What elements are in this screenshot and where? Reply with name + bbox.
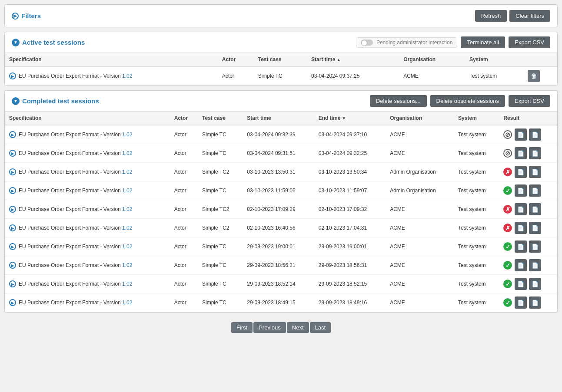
view-report-button[interactable]: 📄: [515, 222, 527, 234]
export-report-button[interactable]: 📄: [529, 203, 541, 215]
export-report-button[interactable]: 📄: [529, 128, 541, 141]
view-report-button[interactable]: 📄: [515, 166, 527, 178]
col-test-case: Test case: [254, 53, 307, 66]
organisation-cell: ACME: [386, 293, 454, 312]
spec-version-link[interactable]: 1.02: [122, 300, 132, 306]
spec-version-link[interactable]: 1.02: [122, 73, 132, 79]
view-report-button[interactable]: 📄: [515, 278, 527, 290]
row-expand-icon[interactable]: ▶: [9, 280, 16, 287]
spec-text: EU Purchase Order Export Format - Versio…: [19, 73, 132, 79]
view-report-button[interactable]: 📄: [515, 240, 527, 253]
active-sessions-title: ▼ Active test sessions: [12, 39, 85, 46]
export-report-button[interactable]: 📄: [529, 222, 541, 234]
export-report-button[interactable]: 📄: [529, 147, 541, 159]
result-cell: ⊘ 📄 📄: [499, 125, 557, 144]
organisation-cell: Admin Organisation: [386, 181, 454, 200]
row-expand-icon[interactable]: ▶: [9, 187, 16, 194]
completed-sessions-panel: ▼ Completed test sessions Delete session…: [4, 90, 558, 313]
test-case-cell: Simple TC2: [198, 200, 243, 219]
system-cell: Test system: [454, 256, 499, 275]
completed-sessions-header-right: Delete sessions... Delete obsolete sessi…: [370, 95, 550, 107]
test-case-cell: Simple TC: [198, 275, 243, 293]
view-report-button[interactable]: 📄: [515, 128, 527, 141]
row-expand-icon[interactable]: ▶: [9, 262, 16, 269]
organisation-cell: ACME: [399, 66, 465, 86]
start-time-cell: 03-10-2023 11:59:06: [243, 181, 314, 200]
spec-cell: ▶ EU Purchase Order Export Format - Vers…: [5, 275, 170, 293]
end-time-cell: 03-10-2023 13:50:34: [314, 163, 386, 181]
spec-text: EU Purchase Order Export Format - Versio…: [19, 188, 132, 194]
end-time-cell: 03-10-2023 11:59:07: [314, 181, 386, 200]
completed-sessions-chevron-icon[interactable]: ▼: [12, 97, 20, 105]
col-system: System: [465, 53, 524, 66]
refresh-button[interactable]: Refresh: [475, 10, 507, 22]
view-report-button[interactable]: 📄: [515, 296, 527, 309]
next-page-button[interactable]: Next: [287, 322, 309, 333]
spec-text: EU Purchase Order Export Format - Versio…: [19, 150, 132, 156]
clear-filters-button[interactable]: Clear filters: [509, 10, 550, 22]
test-case-cell: Simple TC: [198, 125, 243, 144]
view-report-button[interactable]: 📄: [515, 147, 527, 159]
spec-cell: ▶ EU Purchase Order Export Format - Vers…: [5, 200, 170, 219]
row-expand-icon[interactable]: ▶: [9, 150, 16, 157]
spec-version-link[interactable]: 1.02: [122, 244, 132, 250]
export-report-button[interactable]: 📄: [529, 296, 541, 309]
spec-version-link[interactable]: 1.02: [122, 150, 132, 156]
view-report-button[interactable]: 📄: [515, 184, 527, 197]
spec-version-link[interactable]: 1.02: [122, 132, 132, 138]
export-report-button[interactable]: 📄: [529, 278, 541, 290]
export-report-button[interactable]: 📄: [529, 166, 541, 178]
row-expand-icon[interactable]: ▶: [9, 206, 16, 213]
table-row: ▶ EU Purchase Order Export Format - Vers…: [5, 237, 557, 256]
filters-expand-icon[interactable]: ▶: [12, 13, 19, 20]
completed-sessions-label: Completed test sessions: [22, 97, 99, 105]
row-expand-icon[interactable]: ▶: [9, 243, 16, 250]
spec-version-link[interactable]: 1.02: [122, 188, 132, 194]
delete-obsolete-button[interactable]: Delete obsolete sessions: [430, 95, 505, 107]
system-cell: Test system: [454, 275, 499, 293]
spec-version-link[interactable]: 1.02: [122, 281, 132, 287]
filters-title[interactable]: ▶ Filters: [12, 12, 41, 20]
row-expand-icon[interactable]: ▶: [9, 168, 16, 175]
actor-cell: Actor: [170, 219, 198, 237]
spec-version-link[interactable]: 1.02: [122, 206, 132, 212]
active-sessions-chevron-icon[interactable]: ▼: [12, 39, 20, 46]
system-cell: Test system: [454, 219, 499, 237]
test-case-cell: Simple TC: [198, 144, 243, 163]
system-cell: Test system: [454, 181, 499, 200]
table-row: ▶ EU Purchase Order Export Format - Vers…: [5, 144, 557, 163]
actor-cell: Actor: [170, 125, 198, 144]
spec-cell: ▶ EU Purchase Order Export Format - Vers…: [5, 219, 170, 237]
end-time-cell: 03-04-2024 09:32:25: [314, 144, 386, 163]
spec-version-link[interactable]: 1.02: [122, 262, 132, 268]
row-expand-icon[interactable]: ▶: [9, 299, 16, 306]
export-report-button[interactable]: 📄: [529, 184, 541, 197]
delete-row-button[interactable]: 🗑: [528, 70, 540, 82]
terminate-all-button[interactable]: Terminate all: [461, 36, 505, 48]
table-row: ▶ EU Purchase Order Export Format - Vers…: [5, 293, 557, 312]
col-spec: Specification: [5, 112, 170, 125]
export-report-button[interactable]: 📄: [529, 259, 541, 271]
result-error-icon: ✗: [503, 168, 512, 176]
start-time-cell: 03-10-2023 13:50:31: [243, 163, 314, 181]
last-page-button[interactable]: Last: [310, 322, 331, 333]
row-expand-icon[interactable]: ▶: [9, 72, 16, 79]
result-success-icon: ✓: [503, 186, 512, 195]
spec-version-link[interactable]: 1.02: [122, 169, 132, 175]
previous-page-button[interactable]: Previous: [253, 322, 286, 333]
view-report-button[interactable]: 📄: [515, 259, 527, 271]
col-organisation: Organisation: [386, 112, 454, 125]
delete-sessions-button[interactable]: Delete sessions...: [370, 95, 427, 107]
spec-cell: ▶ EU Purchase Order Export Format - Vers…: [5, 66, 218, 86]
end-time-cell: 29-09-2023 19:00:01: [314, 237, 386, 256]
active-export-csv-button[interactable]: Export CSV: [509, 36, 550, 48]
spec-cell: ▶ EU Purchase Order Export Format - Vers…: [5, 125, 170, 144]
row-expand-icon[interactable]: ▶: [9, 131, 16, 138]
completed-export-csv-button[interactable]: Export CSV: [509, 95, 550, 107]
spec-version-link[interactable]: 1.02: [122, 225, 132, 231]
view-report-button[interactable]: 📄: [515, 203, 527, 215]
first-page-button[interactable]: First: [231, 322, 253, 333]
pending-toggle[interactable]: [361, 40, 373, 46]
export-report-button[interactable]: 📄: [529, 240, 541, 253]
row-expand-icon[interactable]: ▶: [9, 224, 16, 231]
